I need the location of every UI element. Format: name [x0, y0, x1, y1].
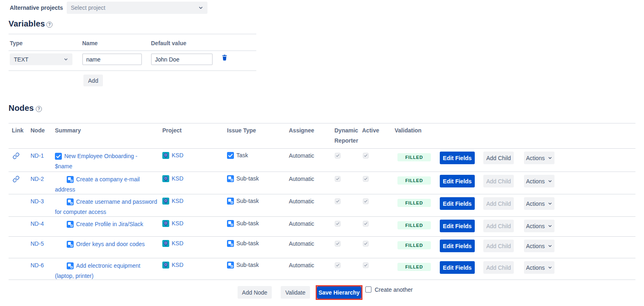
node-project[interactable]: KSD: [162, 240, 183, 247]
edit-fields-button[interactable]: Edit Fields: [440, 175, 475, 187]
validation-badge: FILLED: [397, 199, 431, 207]
node-assignee: Automatic: [289, 262, 314, 269]
actions-button[interactable]: Actions: [524, 220, 554, 232]
node-id-link[interactable]: ND-3: [31, 198, 44, 205]
actions-button[interactable]: Actions: [524, 240, 554, 252]
link-icon-wrap[interactable]: [13, 152, 20, 161]
add-child-button[interactable]: Add Child: [483, 240, 514, 252]
create-another-checkbox[interactable]: [365, 286, 371, 293]
divider: [9, 123, 635, 123]
alternative-projects-select[interactable]: Select project: [67, 2, 207, 14]
node-summary[interactable]: Create username and password: [67, 198, 157, 206]
node-id-link[interactable]: ND-1: [31, 152, 44, 159]
divider: [9, 70, 256, 71]
project-key: KSD: [172, 152, 183, 159]
project-avatar-ksd: [162, 220, 169, 227]
subtask-icon: [227, 175, 234, 182]
node-issue-type: Sub-task: [227, 220, 259, 227]
node-row-ND-4: ND-4Create Profile in Jira/SlackKSDSub-t…: [0, 216, 644, 236]
add-child-button[interactable]: Add Child: [483, 220, 514, 232]
col-active: Active: [362, 125, 379, 136]
node-summary[interactable]: Create a company e-mail: [67, 175, 140, 183]
link-icon: [13, 176, 20, 183]
actions-button[interactable]: Actions: [524, 152, 554, 164]
validate-button[interactable]: Validate: [281, 286, 310, 299]
variable-default-input[interactable]: John Doe: [151, 53, 213, 65]
node-summary[interactable]: Order keys and door codes: [67, 240, 145, 248]
add-child-button[interactable]: Add Child: [483, 197, 514, 210]
validation-badge: FILLED: [397, 176, 431, 185]
node-project[interactable]: KSD: [162, 220, 183, 227]
subtask-icon: [227, 240, 234, 247]
node-summary[interactable]: New Employee Onboarding -: [55, 152, 138, 160]
chevron-down-icon: [63, 57, 68, 62]
add-node-button[interactable]: Add Node: [238, 286, 272, 299]
project-avatar-ksd: [162, 198, 169, 205]
actions-label: Actions: [526, 264, 545, 271]
variables-help-icon[interactable]: ?: [46, 22, 52, 28]
issue-type-label: Task: [236, 152, 248, 159]
add-child-button[interactable]: Add Child: [483, 175, 514, 187]
subtask-icon: [67, 241, 74, 248]
col-assignee: Assignee: [289, 125, 314, 136]
node-summary[interactable]: Add electronic equipment: [67, 262, 140, 270]
active-checkbox: [363, 262, 369, 268]
project-key: KSD: [172, 240, 183, 247]
check-icon: [336, 263, 340, 267]
nodes-help-icon[interactable]: ?: [36, 106, 42, 112]
validation-badge: FILLED: [397, 241, 431, 249]
divider: [9, 172, 635, 172]
node-summary[interactable]: Create Profile in Jira/Slack: [67, 220, 143, 228]
link-icon-wrap[interactable]: [13, 176, 20, 184]
select-placeholder: Select project: [71, 4, 105, 11]
node-project[interactable]: KSD: [162, 175, 183, 182]
page: Alternative projects Select project Vari…: [0, 0, 644, 306]
edit-fields-button[interactable]: Edit Fields: [440, 240, 475, 252]
edit-fields-button[interactable]: Edit Fields: [440, 220, 475, 232]
variable-type-select[interactable]: TEXT: [10, 53, 72, 65]
delete-variable-icon[interactable]: [221, 54, 228, 61]
node-assignee: Automatic: [289, 198, 314, 205]
add-child-button[interactable]: Add Child: [483, 152, 514, 164]
node-issue-type: Sub-task: [227, 175, 259, 182]
node-project[interactable]: KSD: [162, 198, 183, 205]
node-id-link[interactable]: ND-5: [31, 240, 44, 247]
node-project[interactable]: KSD: [162, 262, 183, 269]
add-variable-button[interactable]: Add: [83, 75, 103, 86]
node-project[interactable]: KSD: [162, 152, 183, 159]
edit-fields-button[interactable]: Edit Fields: [440, 152, 475, 164]
summary-line2: address: [55, 185, 75, 194]
node-row-ND-2: ND-2Create a company e-mailaddressKSDSub…: [0, 172, 644, 194]
chevron-down-icon: [548, 224, 552, 229]
node-id-link[interactable]: ND-2: [31, 176, 44, 182]
edit-fields-button[interactable]: Edit Fields: [440, 261, 475, 274]
subtask-icon: [227, 220, 234, 227]
actions-button[interactable]: Actions: [524, 197, 554, 210]
actions-label: Actions: [526, 178, 545, 185]
edit-fields-button[interactable]: Edit Fields: [440, 197, 475, 210]
actions-button[interactable]: Actions: [524, 175, 554, 187]
summary-line2: for computer access: [55, 208, 106, 216]
variable-type-value: TEXT: [14, 56, 28, 63]
node-assignee: Automatic: [289, 176, 314, 182]
dynamic-reporter-checkbox: [335, 241, 341, 247]
check-icon: [336, 242, 340, 246]
add-child-button[interactable]: Add Child: [483, 261, 514, 274]
nodes-title: Nodes: [9, 103, 34, 113]
node-id-link[interactable]: ND-4: [31, 220, 44, 227]
save-hierarchy-button[interactable]: Save Hierarchy: [317, 286, 361, 299]
actions-button[interactable]: Actions: [524, 261, 554, 274]
variable-name-input[interactable]: name: [82, 53, 142, 65]
check-icon: [336, 222, 340, 226]
active-checkbox: [363, 176, 369, 182]
actions-label: Actions: [526, 200, 545, 207]
link-icon: [13, 152, 20, 159]
variables-title: Variables: [9, 19, 45, 29]
project-avatar-ksd: [162, 152, 169, 159]
project-key: KSD: [172, 175, 183, 182]
node-issue-type: Task: [227, 152, 248, 159]
node-id-link[interactable]: ND-6: [31, 262, 44, 269]
check-icon: [364, 263, 368, 267]
col-summary: Summary: [55, 125, 81, 136]
summary-line1: New Employee Onboarding -: [64, 153, 138, 159]
